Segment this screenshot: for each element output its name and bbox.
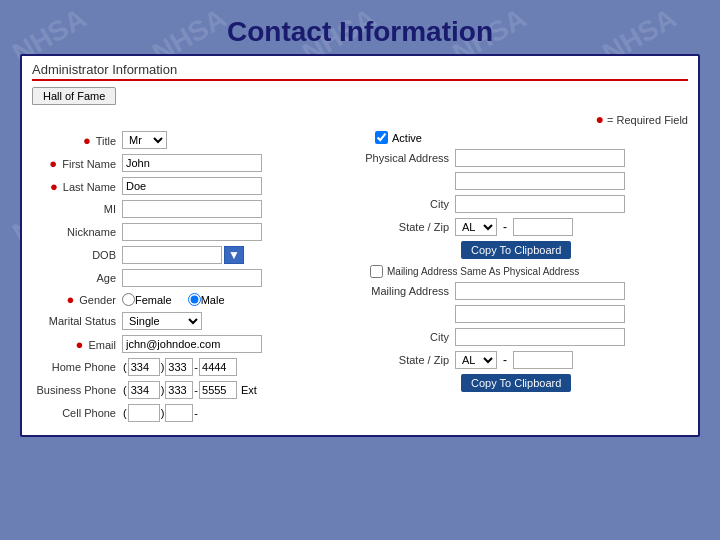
copy-clipboard-row-2: Copy To Clipboard [461, 374, 688, 392]
phys-addr-label: Physical Address [365, 152, 455, 164]
page-title: Contact Information [20, 8, 700, 54]
active-checkbox[interactable] [375, 131, 388, 144]
cell-phone-row: Cell Phone ( ) - [32, 404, 355, 422]
firstname-label: ● First Name [32, 156, 122, 171]
city-input[interactable] [455, 195, 625, 213]
gender-female-radio[interactable] [122, 293, 135, 306]
mi-label: MI [32, 203, 122, 215]
mailing-same-label: Mailing Address Same As Physical Address [387, 266, 579, 277]
gender-female-option[interactable]: Female [122, 293, 172, 306]
biz-3-input[interactable] [165, 381, 193, 399]
right-column: Active Physical Address City [365, 131, 688, 427]
cell-area-input[interactable] [128, 404, 160, 422]
title-select[interactable]: Mr Mrs Ms Dr [122, 131, 167, 149]
marital-label: Marital Status [32, 315, 122, 327]
copy-clipboard-button-2[interactable]: Copy To Clipboard [461, 374, 571, 392]
mailing-same-checkbox[interactable] [370, 265, 383, 278]
state-zip-label: State / Zip [365, 221, 455, 233]
gender-male-radio[interactable] [188, 293, 201, 306]
active-label: Active [392, 132, 422, 144]
mailing-state-zip-row: State / Zip ALAKAZCA - [365, 351, 688, 369]
firstname-input[interactable] [122, 154, 262, 172]
city-row: City [365, 195, 688, 213]
gender-radio-group: Female Male [122, 293, 233, 306]
nickname-label: Nickname [32, 226, 122, 238]
hall-of-fame-tab[interactable]: Hall of Fame [32, 87, 116, 105]
state-select[interactable]: ALAKAZCA [455, 218, 497, 236]
mailing-addr-input-2[interactable] [455, 305, 625, 323]
biz-area-input[interactable] [128, 381, 160, 399]
gender-label: ● Gender [32, 292, 122, 307]
cell-3-input[interactable] [165, 404, 193, 422]
copy-clipboard-button-1[interactable]: Copy To Clipboard [461, 241, 571, 259]
active-row: Active [365, 131, 688, 144]
age-row: Age [32, 269, 355, 287]
home-phone-fields: ( ) - [122, 358, 237, 376]
ext-label: Ext [241, 384, 257, 396]
home-3-input[interactable] [165, 358, 193, 376]
mailing-zip-input[interactable] [513, 351, 573, 369]
phys-addr-row-1: Physical Address [365, 149, 688, 167]
form-container: Administrator Information Hall of Fame ●… [20, 54, 700, 437]
biz-phone-row: Business Phone ( ) - Ext [32, 381, 355, 399]
email-required: ● [76, 337, 84, 352]
cell-phone-fields: ( ) - [122, 404, 199, 422]
tab-bar: Hall of Fame [32, 87, 688, 105]
dob-row: DOB ▼ [32, 246, 355, 264]
left-column: ● Title Mr Mrs Ms Dr ● First Name [32, 131, 355, 427]
mailing-city-label: City [365, 331, 455, 343]
nickname-input[interactable] [122, 223, 262, 241]
mi-input[interactable] [122, 200, 262, 218]
marital-select[interactable]: Single Married Divorced Widowed [122, 312, 202, 330]
phys-addr-input-1[interactable] [455, 149, 625, 167]
dob-label: DOB [32, 249, 122, 261]
mailing-addr-row-2 [365, 305, 688, 323]
gender-row: ● Gender Female Male [32, 292, 355, 307]
dob-input[interactable] [122, 246, 222, 264]
title-required: ● [83, 133, 91, 148]
section-title: Administrator Information [32, 62, 688, 81]
mailing-city-input[interactable] [455, 328, 625, 346]
title-label: ● Title [32, 133, 122, 148]
age-label: Age [32, 272, 122, 284]
mailing-state-zip-label: State / Zip [365, 354, 455, 366]
fn-required: ● [49, 156, 57, 171]
state-zip-row: State / Zip ALAKAZCA - [365, 218, 688, 236]
age-input[interactable] [122, 269, 262, 287]
firstname-row: ● First Name [32, 154, 355, 172]
lastname-input[interactable] [122, 177, 262, 195]
city-label: City [365, 198, 455, 210]
biz-4-input[interactable] [199, 381, 237, 399]
calendar-button[interactable]: ▼ [224, 246, 244, 264]
mailing-addr-input-1[interactable] [455, 282, 625, 300]
copy-clipboard-row-1: Copy To Clipboard [461, 241, 688, 259]
title-row: ● Title Mr Mrs Ms Dr [32, 131, 355, 149]
mailing-addr-label: Mailing Address [365, 285, 455, 297]
mailing-state-zip-fields: ALAKAZCA - [455, 351, 573, 369]
biz-phone-fields: ( ) - Ext [122, 381, 257, 399]
home-4-input[interactable] [199, 358, 237, 376]
state-zip-fields: ALAKAZCA - [455, 218, 573, 236]
ln-required: ● [50, 179, 58, 194]
home-phone-row: Home Phone ( ) - [32, 358, 355, 376]
mi-row: MI [32, 200, 355, 218]
email-row: ● Email [32, 335, 355, 353]
lastname-row: ● Last Name [32, 177, 355, 195]
home-phone-label: Home Phone [32, 361, 122, 373]
marital-row: Marital Status Single Married Divorced W… [32, 312, 355, 330]
zip-input[interactable] [513, 218, 573, 236]
home-area-input[interactable] [128, 358, 160, 376]
biz-phone-label: Business Phone [32, 384, 122, 396]
calendar-icon: ▼ [228, 248, 240, 262]
cell-phone-label: Cell Phone [32, 407, 122, 419]
mailing-addr-row-1: Mailing Address [365, 282, 688, 300]
mailing-city-row: City [365, 328, 688, 346]
phys-addr-input-2[interactable] [455, 172, 625, 190]
mailing-state-select[interactable]: ALAKAZCA [455, 351, 497, 369]
email-input[interactable] [122, 335, 262, 353]
required-legend: ● = Required Field [32, 111, 688, 127]
gender-male-option[interactable]: Male [188, 293, 225, 306]
required-dot: ● [595, 111, 603, 127]
phys-addr-row-2 [365, 172, 688, 190]
lastname-label: ● Last Name [32, 179, 122, 194]
